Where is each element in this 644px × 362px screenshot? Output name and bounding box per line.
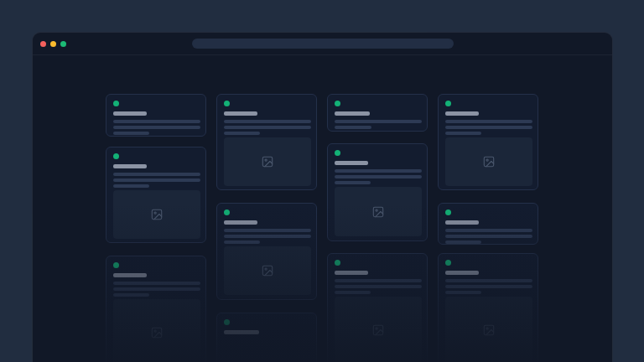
image-placeholder-icon xyxy=(151,327,163,339)
skeleton-text-line xyxy=(335,120,422,123)
skeleton-text-line xyxy=(335,175,422,178)
skeleton-text-line xyxy=(113,287,200,291)
skeleton-text-line xyxy=(445,229,532,232)
skeleton-text-line xyxy=(335,126,371,129)
image-placeholder xyxy=(224,137,311,186)
status-dot xyxy=(335,150,340,156)
image-placeholder-icon xyxy=(262,156,273,168)
skeleton-title-bar xyxy=(113,111,147,116)
skeleton-feed-card[interactable] xyxy=(216,94,317,190)
skeleton-text-line xyxy=(224,132,260,135)
skeleton-feed-card[interactable] xyxy=(106,147,206,243)
skeleton-feed-card[interactable] xyxy=(327,253,428,362)
skeleton-text-line xyxy=(224,126,311,129)
status-dot xyxy=(224,319,230,325)
skeleton-text-line xyxy=(113,178,200,182)
skeleton-text-line xyxy=(445,279,532,282)
skeleton-feed-card[interactable] xyxy=(327,143,428,241)
skeleton-title-bar xyxy=(224,111,257,116)
skeleton-text-lines xyxy=(113,173,199,188)
skeleton-title-bar xyxy=(224,330,259,334)
skeleton-text-lines xyxy=(113,282,199,297)
image-placeholder-icon xyxy=(372,206,384,218)
skeleton-text-lines xyxy=(224,120,309,135)
status-dot xyxy=(224,209,230,215)
image-placeholder xyxy=(335,297,422,362)
skeleton-text-lines xyxy=(445,279,531,294)
skeleton-feed-card[interactable] xyxy=(216,203,317,300)
skeleton-text-line xyxy=(335,169,422,173)
skeleton-title-bar xyxy=(335,161,368,165)
status-dot xyxy=(113,101,119,106)
skeleton-title-bar xyxy=(445,111,479,116)
skeleton-text-line xyxy=(445,291,481,294)
skeleton-feed-card[interactable] xyxy=(106,256,206,362)
skeleton-title-bar xyxy=(335,111,370,116)
skeleton-feed-card[interactable] xyxy=(216,313,317,362)
image-placeholder xyxy=(445,297,532,362)
skeleton-title-bar xyxy=(335,271,368,275)
image-placeholder-icon xyxy=(262,265,273,277)
skeleton-text-lines xyxy=(335,169,420,184)
skeleton-text-line xyxy=(224,235,311,238)
skeleton-text-line xyxy=(113,184,149,188)
browser-window xyxy=(32,32,613,362)
skeleton-text-line xyxy=(113,120,200,123)
image-placeholder-icon xyxy=(483,324,495,336)
status-dot xyxy=(335,101,340,106)
skeleton-text-line xyxy=(445,285,532,288)
skeleton-text-line xyxy=(445,132,481,135)
skeleton-feed-card[interactable] xyxy=(438,253,538,362)
status-dot xyxy=(113,153,119,159)
skeleton-text-line xyxy=(445,235,532,238)
skeleton-text-lines xyxy=(224,229,309,244)
skeleton-feed-card[interactable] xyxy=(327,94,428,132)
skeleton-title-bar xyxy=(113,164,147,168)
image-placeholder xyxy=(335,187,422,236)
skeleton-text-line xyxy=(445,240,481,244)
status-dot xyxy=(445,209,451,215)
skeleton-text-line xyxy=(335,181,371,184)
skeleton-text-line xyxy=(113,126,200,129)
skeleton-title-bar xyxy=(113,273,147,277)
image-placeholder-icon xyxy=(151,209,163,220)
skeleton-feed-card[interactable] xyxy=(438,203,538,245)
image-placeholder xyxy=(113,299,200,362)
status-dot xyxy=(113,262,119,268)
image-placeholder xyxy=(224,246,311,295)
skeleton-text-line xyxy=(335,279,422,282)
skeleton-text-line xyxy=(224,229,311,232)
status-dot xyxy=(224,101,230,106)
status-dot xyxy=(445,260,451,266)
skeleton-feed-card[interactable] xyxy=(438,94,538,190)
skeleton-text-lines xyxy=(113,120,199,135)
skeleton-text-lines xyxy=(445,120,531,135)
skeleton-title-bar xyxy=(445,271,479,275)
skeleton-text-line xyxy=(113,293,149,297)
skeleton-text-line xyxy=(445,120,532,123)
skeleton-text-line xyxy=(445,126,532,129)
skeleton-text-line xyxy=(224,240,260,244)
skeleton-text-line xyxy=(335,291,371,294)
skeleton-text-lines xyxy=(445,229,531,244)
skeleton-text-line xyxy=(335,285,422,288)
skeleton-text-lines xyxy=(335,120,420,129)
skeleton-title-bar xyxy=(445,220,479,225)
skeleton-text-lines xyxy=(335,279,420,294)
image-placeholder xyxy=(113,190,200,239)
skeleton-text-line xyxy=(224,120,311,123)
card-grid xyxy=(33,33,612,362)
skeleton-title-bar xyxy=(224,220,257,225)
image-placeholder-icon xyxy=(483,156,495,168)
status-dot xyxy=(445,101,451,106)
status-dot xyxy=(335,260,340,266)
skeleton-text-line xyxy=(113,132,149,135)
skeleton-text-line xyxy=(113,282,200,285)
skeleton-text-line xyxy=(113,173,200,176)
image-placeholder xyxy=(445,137,532,186)
skeleton-feed-card[interactable] xyxy=(106,94,206,137)
image-placeholder-icon xyxy=(372,324,384,336)
